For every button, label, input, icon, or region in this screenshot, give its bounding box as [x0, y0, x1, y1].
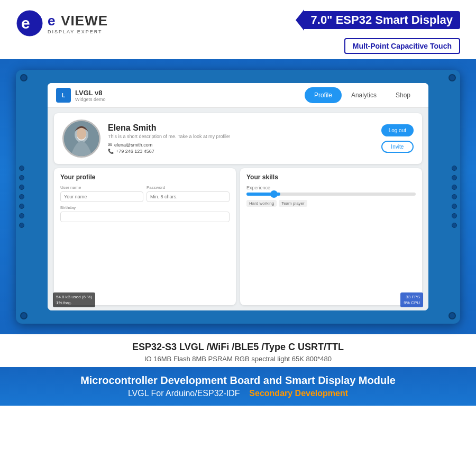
contact-phone: 📞 +79 246 123 4567: [108, 149, 374, 154]
birthday-label: Birthday: [60, 205, 230, 210]
side-dot: [19, 204, 24, 209]
side-dots-left: [19, 166, 24, 228]
mount-hole-bl: [20, 312, 28, 319]
lvgl-ui: L LVGL v8 Widgets demo Profile Analytics…: [48, 83, 428, 310]
logo-text-area: e VIEWE DISPLAY EXPERT: [48, 12, 108, 34]
lvgl-logo-icon: L: [56, 88, 71, 103]
brand-name: e VIEWE: [48, 12, 108, 29]
profile-avatar: [62, 120, 100, 158]
bottom-cards: Your profile User name Password: [54, 168, 422, 305]
experience-label: Experience: [246, 185, 416, 190]
profile-name: Elena Smith: [108, 123, 374, 133]
tab-shop[interactable]: Shop: [386, 87, 420, 103]
title-box: 7.0" ESP32 Smart Display: [304, 11, 460, 29]
mount-hole-tr: [448, 74, 456, 81]
tab-analytics[interactable]: Analytics: [342, 87, 386, 103]
status-fps: 33 FPS: [404, 294, 420, 300]
profile-card: Elena Smith This is a short description …: [54, 113, 422, 164]
username-input[interactable]: [60, 191, 143, 202]
username-group: User name: [60, 185, 143, 202]
banner-line2: LVGL For Arduino/ESP32-IDF Secondary Dev…: [16, 389, 460, 398]
side-dot: [19, 223, 24, 228]
status-overlay-right: 33 FPS 9% CPU: [400, 292, 423, 307]
brand-subtitle: DISPLAY EXPERT: [48, 29, 108, 34]
specs-line2: IO 16MB Flash 8MB PSRAM RGB spectral lig…: [16, 355, 460, 363]
birthday-group: Birthday: [60, 205, 230, 222]
subtitle-badge: Mult-Point Capacitive Touch: [344, 38, 460, 54]
side-dot: [452, 194, 457, 199]
logout-button[interactable]: Log out: [381, 124, 414, 136]
profile-form-card: Your profile User name Password: [54, 168, 236, 305]
profile-info: Elena Smith This is a short description …: [108, 123, 374, 154]
lvgl-nav: Profile Analytics Shop: [305, 87, 420, 103]
side-dot: [19, 185, 24, 190]
lvgl-logo: L LVGL v8 Widgets demo: [56, 88, 106, 103]
banner-line2-highlight: Secondary Development: [249, 389, 348, 398]
tab-profile[interactable]: Profile: [305, 87, 342, 103]
logo-area: e e VIEWE DISPLAY EXPERT: [16, 10, 108, 37]
subtitle-text: Mult-Point Capacitive Touch: [353, 42, 452, 50]
side-dots-right: [452, 166, 457, 228]
skill-tag-2: Team player: [279, 200, 307, 207]
skill-ball: [270, 190, 278, 198]
pcb-board: L LVGL v8 Widgets demo Profile Analytics…: [16, 70, 460, 324]
lvgl-title-text: LVGL v8 Widgets demo: [75, 89, 106, 102]
password-label: Password: [147, 185, 230, 190]
side-dot: [19, 175, 24, 180]
device-section: L LVGL v8 Widgets demo Profile Analytics…: [0, 59, 476, 334]
skill-tags: Hard working Team player: [246, 200, 416, 207]
your-profile-title: Your profile: [60, 173, 230, 181]
title-arrow-shape: [296, 10, 304, 31]
lvgl-app-title: LVGL v8: [75, 89, 106, 97]
password-group: Password: [147, 185, 230, 202]
your-skills-title: Your skills: [246, 173, 416, 181]
email-icon: ✉: [108, 142, 112, 148]
skill-bar-bg: [246, 193, 416, 196]
password-input[interactable]: [147, 191, 230, 202]
birthday-input[interactable]: [60, 212, 230, 222]
side-dot: [452, 175, 457, 180]
profile-description: This is a short description of me. Take …: [108, 134, 374, 139]
side-dot: [452, 204, 457, 209]
device-screen: L LVGL v8 Widgets demo Profile Analytics…: [48, 83, 428, 310]
info-section: ESP32-S3 LVGL /WiFi /BLE5 /Type C USRT/T…: [0, 334, 476, 367]
skill-tag-1: Hard working: [246, 200, 277, 207]
main-title: 7.0" ESP32 Smart Display: [311, 13, 453, 26]
invite-button[interactable]: Invite: [381, 141, 414, 153]
form-row-1: User name Password: [60, 185, 230, 202]
banner-line2-prefix: LVGL For Arduino/ESP32-IDF: [128, 389, 240, 398]
side-dot: [19, 194, 24, 199]
avatar-image: [64, 121, 99, 156]
side-dot: [452, 223, 457, 228]
side-dot: [452, 185, 457, 190]
phone-value: +79 246 123 4567: [116, 149, 154, 154]
lvgl-content: Elena Smith This is a short description …: [48, 108, 428, 310]
profile-contact: ✉ elena@smith.com 📞 +79 246 123 4567: [108, 142, 374, 154]
form-row-2: Birthday: [60, 205, 230, 222]
status-cpu: 9% CPU: [404, 300, 420, 306]
lvgl-app-subtitle: Widgets demo: [75, 97, 106, 102]
side-dot: [452, 213, 457, 218]
mount-hole-br: [448, 312, 456, 319]
side-dot: [19, 213, 24, 218]
lvgl-header: L LVGL v8 Widgets demo Profile Analytics…: [48, 83, 428, 108]
specs-line1: ESP32-S3 LVGL /WiFi /BLE5 /Type C USRT/T…: [16, 342, 460, 353]
product-title-area: 7.0" ESP32 Smart Display Mult-Point Capa…: [296, 10, 460, 54]
email-value: elena@smith.com: [114, 142, 152, 148]
skills-card: Your skills Experience Hard working Team…: [240, 168, 422, 305]
side-dot: [452, 166, 457, 171]
brand-logo-icon: e: [16, 10, 43, 37]
svg-text:e: e: [21, 14, 30, 32]
contact-email: ✉ elena@smith.com: [108, 142, 374, 148]
mount-hole-tl: [20, 74, 28, 81]
phone-icon: 📞: [108, 149, 114, 154]
svg-point-5: [77, 128, 86, 140]
side-dot: [19, 166, 24, 171]
top-section: e e VIEWE DISPLAY EXPERT 7.0" ESP32 Smar…: [0, 0, 476, 59]
status-overlay-left: 54.8 kB used (6 %) 1% frag.: [53, 292, 95, 307]
status-memory-line1: 54.8 kB used (6 %): [56, 294, 92, 300]
profile-buttons: Log out Invite: [381, 124, 414, 153]
username-label: User name: [60, 185, 143, 190]
banner-line1: Microcontroller Development Board and Sm…: [16, 374, 460, 387]
bottom-banner: Microcontroller Development Board and Sm…: [0, 367, 476, 406]
